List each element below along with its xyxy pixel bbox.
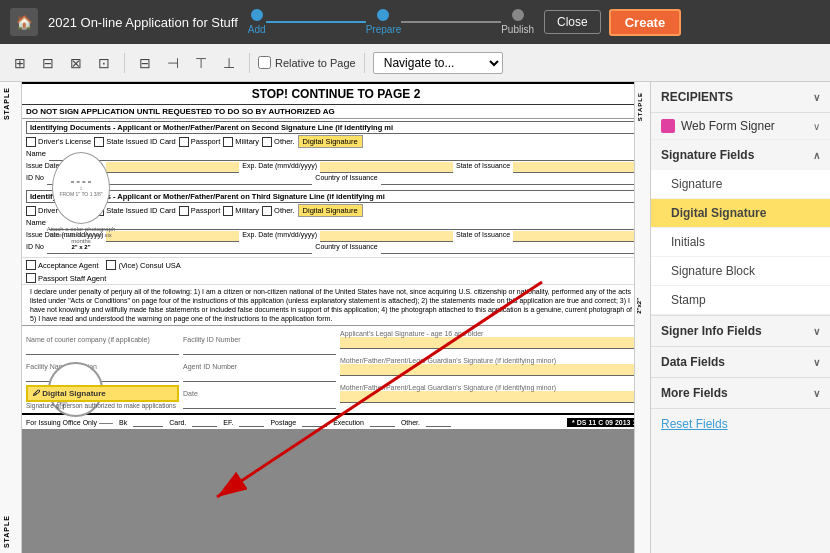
agent-id-field[interactable] (183, 370, 336, 382)
other-label: Other. (401, 419, 420, 426)
facility-id-field[interactable] (183, 343, 336, 355)
bk-field[interactable] (133, 417, 163, 427)
cb-military: Military (223, 137, 259, 147)
step-line-2 (401, 21, 501, 23)
step-publish: Publish (501, 9, 534, 35)
cb-passport: Passport (179, 137, 221, 147)
guardian-sig-field[interactable] (340, 364, 646, 376)
dates-row-1: Issue Date (mm/dd/yyyy) Exp. Date (mm/dd… (26, 162, 646, 173)
digital-sig-tag-2[interactable]: Digital Signature (298, 204, 363, 217)
progress-steps: Add Prepare Publish (248, 9, 534, 35)
digital-sig-bottom-label[interactable]: 🖊 Digital Signature (26, 385, 179, 402)
exp-date-1[interactable] (320, 162, 453, 173)
cursor-icon: ☞ (56, 397, 69, 413)
courier-field[interactable] (26, 343, 179, 355)
field-digital-signature[interactable]: Digital Signature (651, 199, 830, 228)
facility-name-label: Facility Name/Location (26, 363, 179, 370)
signature-fields-header[interactable]: Signature Fields ∧ (651, 140, 830, 170)
toolbar: ⊞ ⊟ ⊠ ⊡ ⊟ ⊣ ⊤ ⊥ Relative to Page Navigat… (0, 44, 830, 82)
date-field-container: Date (183, 390, 336, 409)
date-field[interactable] (183, 397, 336, 409)
id-row-1: ID No Country of Issuance (26, 174, 646, 185)
data-fields-header[interactable]: Data Fields ∨ (651, 347, 830, 377)
recipients-header[interactable]: RECIPIENTS ∨ (651, 82, 830, 113)
section1: Identifying Documents - Applicant or Mot… (22, 119, 650, 188)
legal-sig-field[interactable] (340, 337, 646, 349)
toolbar-icon-3[interactable]: ⊠ (64, 51, 88, 75)
toolbar-icon-8[interactable]: ⊥ (217, 51, 241, 75)
navigate-select[interactable]: Navigate to... (373, 52, 503, 74)
section2-header: Identifying Documents - Applicant or Mot… (26, 190, 646, 203)
top-actions: Close Create (544, 9, 681, 36)
ef-label: EF. (223, 419, 233, 426)
guardian-sig2-field[interactable] (340, 391, 646, 403)
exp-date-2[interactable] (320, 231, 453, 242)
step-dot-prepare (377, 9, 389, 21)
create-button[interactable]: Create (609, 9, 681, 36)
field-signature-block[interactable]: Signature Block (651, 257, 830, 286)
more-fields-header[interactable]: More Fields ∨ (651, 378, 830, 408)
toolbar-icon-6[interactable]: ⊣ (161, 51, 185, 75)
left-staple-strip: STAPLE STAPLE (0, 82, 22, 553)
guardian-sig-label: Mother/Father/Parent/Legal Guardian's Si… (340, 357, 646, 364)
toolbar-icon-5[interactable]: ⊟ (133, 51, 157, 75)
more-fields-section: More Fields ∨ (651, 378, 830, 409)
issue-date-2[interactable] (106, 231, 239, 242)
close-button[interactable]: Close (544, 10, 601, 34)
photo-caption: Attach a color photograph taken within t… (46, 226, 116, 244)
recipients-title: RECIPIENTS (661, 90, 733, 104)
acceptance-section: Acceptance Agent (Vice) Consul USA (22, 257, 650, 272)
recipient-web-form-signer[interactable]: Web Form Signer ∨ (651, 113, 830, 140)
recipient-name: Web Form Signer (681, 119, 807, 133)
field-initials[interactable]: Initials (651, 228, 830, 257)
signer-info-chevron: ∨ (813, 326, 820, 337)
home-icon: 🏠 (16, 15, 33, 30)
state-1[interactable] (513, 162, 646, 173)
field-stamp[interactable]: Stamp (651, 286, 830, 315)
right-size-label: 2"x2" (636, 298, 642, 314)
field-signature[interactable]: Signature (651, 170, 830, 199)
page-wrapper: STAPLE STAPLE STAPLE 2"x2" STOP! CONTINU… (0, 82, 650, 553)
document-main[interactable]: STOP! CONTINUE TO PAGE 2 DO NOT SIGN APP… (22, 82, 650, 553)
execution-field[interactable] (370, 417, 395, 427)
digital-sig-bottom-sub: Signature of person authorized to make a… (26, 402, 179, 409)
state-2[interactable] (513, 231, 646, 242)
country-2[interactable] (381, 243, 646, 254)
home-button[interactable]: 🏠 (10, 8, 38, 36)
card-field[interactable] (192, 417, 217, 427)
digital-sig-tag-1[interactable]: Digital Signature (298, 135, 363, 148)
data-fields-title: Data Fields (661, 355, 725, 369)
signature-fields-section: Signature Fields ∧ Signature Digital Sig… (651, 140, 830, 316)
bottom-row-3: 🖊 Digital Signature Signature of person … (26, 384, 646, 409)
name-field-1[interactable] (49, 149, 646, 161)
declaration-section: I declare under penalty of perjury all o… (22, 284, 650, 325)
bottom-fields-section: Name of courier company (if applicable) … (22, 325, 650, 413)
data-fields-chevron: ∨ (813, 357, 820, 368)
date-label: Date (183, 390, 336, 397)
photo-oval: ↕ FROM 1" TO 1 3/8" (52, 152, 110, 224)
ef-field[interactable] (239, 417, 264, 427)
reset-fields-link[interactable]: Reset Fields (651, 409, 830, 439)
relative-to-page-container: Relative to Page (258, 56, 356, 69)
postage-label: Postage (270, 419, 296, 426)
toolbar-icon-1[interactable]: ⊞ (8, 51, 32, 75)
toolbar-icon-7[interactable]: ⊤ (189, 51, 213, 75)
other-field[interactable] (426, 417, 451, 427)
staple-top-label: STAPLE (3, 87, 10, 120)
section1-header: Identifying Documents - Applicant or Mot… (26, 121, 646, 134)
toolbar-separator-2 (249, 53, 250, 73)
relative-to-page-checkbox[interactable] (258, 56, 271, 69)
guardian-sig-container: Mother/Father/Parent/Legal Guardian's Si… (340, 357, 646, 382)
issue-date-1[interactable] (106, 162, 239, 173)
toolbar-separator-3 (364, 53, 365, 73)
more-fields-title: More Fields (661, 386, 728, 400)
toolbar-icon-4[interactable]: ⊡ (92, 51, 116, 75)
toolbar-icon-2[interactable]: ⊟ (36, 51, 60, 75)
signer-info-header[interactable]: Signer Info Fields ∨ (651, 316, 830, 346)
section2: Identifying Documents - Applicant or Mot… (22, 188, 650, 257)
country-1[interactable] (381, 174, 646, 185)
id-row-2: ID No Country of Issuance (26, 243, 646, 254)
name-field-2[interactable] (49, 218, 646, 230)
postage-field[interactable] (302, 417, 327, 427)
signature-fields-chevron: ∧ (813, 150, 820, 161)
